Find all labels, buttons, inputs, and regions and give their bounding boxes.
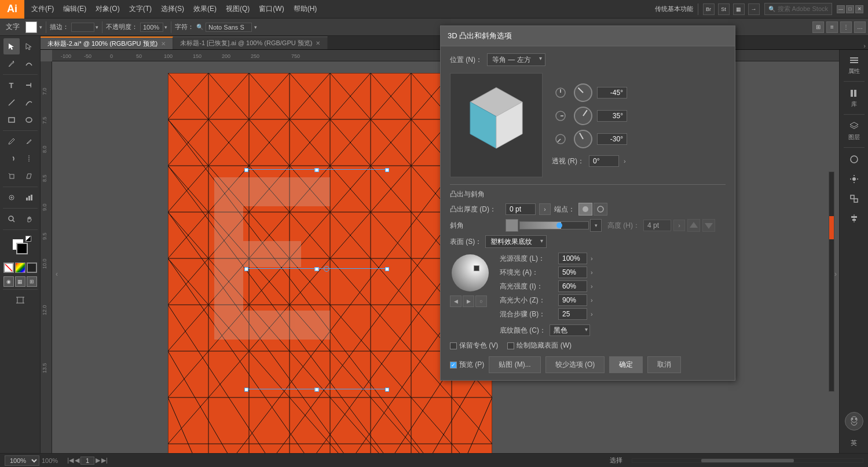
angle-dial-3[interactable] — [574, 130, 592, 148]
color-swatches[interactable] — [8, 235, 32, 259]
extrude-depth-increase[interactable]: › — [539, 203, 551, 215]
handle-2b[interactable] — [315, 267, 319, 271]
menu-text[interactable]: 文字(T) — [124, 2, 156, 16]
tab-0[interactable]: 未标题-2.ai* @ 100% (RGB/GPU 预览) ✕ — [41, 37, 173, 49]
ambient-input[interactable] — [558, 267, 587, 278]
type-vertical-tool[interactable]: T — [21, 77, 37, 93]
ball-icon-1[interactable]: ◀ — [450, 295, 462, 307]
color-panel-btn[interactable] — [840, 151, 868, 167]
h-scrollbar-thumb[interactable] — [701, 459, 793, 462]
lighting-ball[interactable] — [452, 254, 489, 291]
rotate-tool[interactable] — [3, 151, 20, 167]
menu-window[interactable]: 窗口(W) — [254, 2, 288, 16]
direct-select-tool[interactable] — [21, 38, 37, 54]
menu-effect[interactable]: 效果(E) — [189, 2, 221, 16]
preserve-checkbox[interactable] — [450, 342, 457, 349]
blend-steps-input[interactable] — [558, 308, 587, 320]
preview-checkbox-label[interactable]: ✓ 预览 (P) — [450, 360, 484, 370]
curvature-tool[interactable] — [21, 56, 37, 72]
surface-select[interactable]: 塑料效果底纹 扩散底纹 无底纹 线框 — [485, 235, 547, 248]
paint-brush-tool[interactable] — [3, 133, 20, 149]
pencil-tool[interactable] — [21, 133, 37, 149]
blend-steps-arrow[interactable]: › — [591, 311, 593, 318]
collapse-left-btn[interactable]: ‹ — [56, 270, 58, 278]
height-input[interactable] — [643, 220, 671, 231]
stroke-input[interactable] — [71, 23, 94, 32]
bevel-color[interactable] — [506, 219, 518, 232]
swap-colors-btn[interactable] — [25, 236, 31, 242]
type-tool[interactable]: T — [3, 77, 20, 93]
no-fill-btn[interactable] — [3, 262, 14, 273]
ok-button[interactable]: 确定 — [609, 356, 643, 373]
reflect-tool[interactable] — [21, 151, 37, 167]
stroke-arrow[interactable]: ▾ — [96, 24, 98, 30]
mascot-btn[interactable] — [840, 410, 868, 433]
handle-2a[interactable] — [244, 267, 248, 271]
handle-1b[interactable] — [315, 168, 319, 172]
line-tool[interactable] — [3, 94, 20, 111]
rect-tool[interactable] — [3, 112, 20, 128]
highlight-size-input[interactable] — [558, 294, 587, 306]
search-box[interactable]: 🔍 搜索 Adobe Stock — [764, 3, 832, 15]
bevel-type-btn[interactable]: ▾ — [590, 219, 602, 232]
draw-hidden-checkbox[interactable] — [507, 342, 514, 349]
bridge-btn[interactable]: Br — [703, 3, 715, 15]
position-select[interactable]: 等角 — 左方 等角 — 右方 等角 — 顶方 自定旋转 — [487, 53, 545, 66]
cap-btn-round[interactable] — [578, 203, 592, 216]
page-next[interactable]: ▶ — [96, 457, 100, 464]
opacity-input[interactable] — [140, 23, 163, 32]
pen-tool[interactable] — [3, 56, 20, 72]
opacity-arrow[interactable]: ▾ — [164, 24, 167, 30]
align-btn[interactable]: ≡ — [826, 21, 838, 33]
gradient-mode-btn[interactable]: ▦ — [15, 276, 25, 287]
angle-input-3[interactable] — [597, 133, 627, 145]
ambient-arrow[interactable]: › — [591, 269, 593, 276]
cancel-button[interactable]: 取消 — [647, 356, 681, 373]
select-tool[interactable] — [3, 38, 20, 54]
perspective-expand[interactable]: › — [624, 158, 626, 165]
close-btn[interactable]: ✕ — [855, 5, 863, 13]
library-panel-btn[interactable]: 库 — [840, 85, 868, 111]
properties-panel-btn[interactable]: 属性 — [840, 52, 868, 78]
align-panel-btn[interactable] — [840, 210, 868, 227]
menu-object[interactable]: 对象(O) — [91, 2, 124, 16]
fill-arrow[interactable]: ▾ — [39, 24, 42, 30]
sun-panel-btn[interactable] — [840, 171, 868, 187]
more-btn[interactable]: … — [854, 21, 866, 33]
fill-color-area[interactable]: ▾ — [25, 21, 42, 33]
handle-1c[interactable] — [385, 168, 389, 172]
opacity-area[interactable]: ▾ — [140, 23, 167, 32]
none-color-btn[interactable] — [27, 262, 37, 273]
artboard-tool[interactable] — [12, 292, 28, 308]
distribute-btn[interactable]: ⋮ — [840, 21, 852, 33]
angle-dial-2[interactable] — [574, 107, 592, 125]
angle-dial-1[interactable] — [574, 83, 592, 102]
font-area[interactable]: 🔍 ▾ — [196, 23, 257, 32]
hand-tool[interactable] — [21, 211, 37, 227]
ball-icon-3[interactable]: ○ — [475, 295, 487, 307]
menu-file[interactable]: 文件(F) — [27, 2, 58, 16]
stock-btn[interactable]: St — [718, 3, 730, 15]
symbol-tool[interactable] — [3, 189, 20, 206]
font-input[interactable] — [206, 23, 252, 32]
collapse-right-btn[interactable]: › — [834, 270, 837, 278]
angle-input-1[interactable] — [597, 87, 627, 98]
page-last[interactable]: ▶| — [101, 457, 108, 464]
scale-tool[interactable] — [3, 168, 20, 184]
tab-close-1[interactable]: ✕ — [316, 40, 320, 46]
font-arrow[interactable]: ▾ — [254, 24, 257, 30]
page-first[interactable]: |◀ — [67, 457, 74, 464]
chart-tool[interactable] — [21, 189, 37, 206]
highlight-input[interactable] — [558, 280, 587, 292]
ball-icon-2[interactable]: ▶ — [463, 295, 474, 307]
scroll-thumb[interactable] — [829, 216, 834, 239]
preserve-checkbox-label[interactable]: 保留专色 (V) — [450, 341, 498, 351]
maximize-btn[interactable]: □ — [846, 5, 854, 13]
color-mode-btn[interactable]: ◉ — [3, 276, 14, 287]
tab-scroll-right[interactable]: › — [863, 42, 866, 49]
ellipse-tool[interactable] — [21, 112, 37, 128]
arrow-btn[interactable]: → — [748, 3, 760, 15]
zoom-select[interactable]: 100% — [5, 455, 39, 466]
perspective-input[interactable] — [589, 155, 619, 167]
handle-3c[interactable] — [385, 388, 389, 392]
